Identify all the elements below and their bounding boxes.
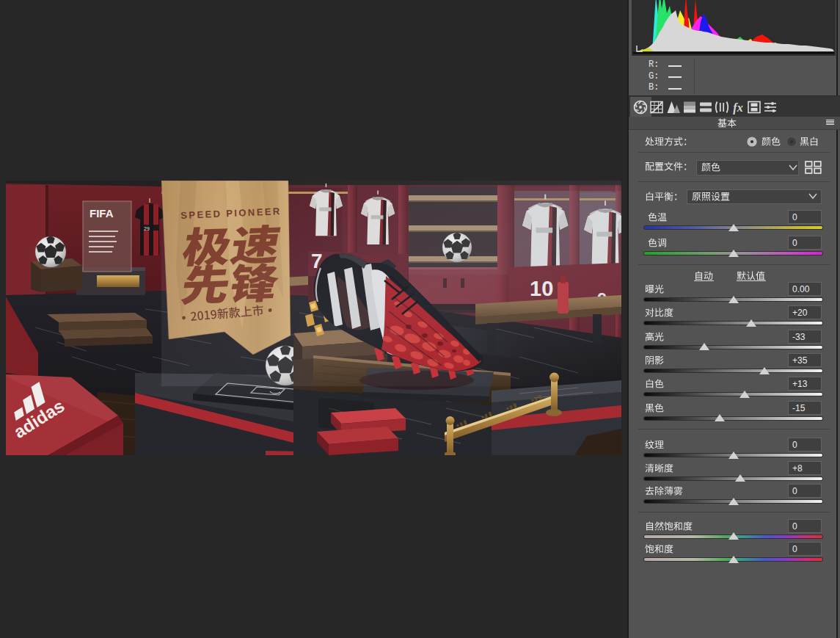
svg-text:FIFA: FIFA bbox=[90, 207, 114, 220]
svg-text:fx: fx bbox=[733, 101, 742, 115]
svg-text:29: 29 bbox=[144, 226, 150, 231]
